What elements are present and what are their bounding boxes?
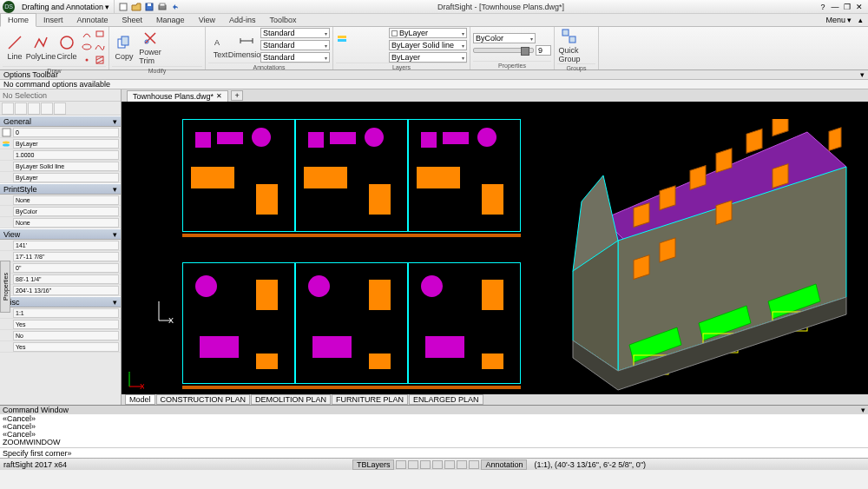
tab-addins[interactable]: Add-ins — [222, 14, 263, 26]
layer-iso-icon[interactable] — [336, 46, 348, 58]
rect-icon[interactable] — [94, 28, 106, 40]
section-view[interactable]: View▾ — [0, 228, 121, 240]
move-icon[interactable] — [164, 28, 176, 40]
offset-icon[interactable] — [190, 41, 202, 53]
line-button[interactable]: Line — [3, 34, 27, 61]
props-tool-5-icon[interactable] — [54, 102, 66, 115]
layer-linetype-combo[interactable]: ByLayer Solid line▾ — [389, 40, 467, 50]
prop-row-color[interactable]: 0 — [0, 127, 121, 138]
arc-icon[interactable] — [81, 28, 93, 40]
undo-icon[interactable] — [170, 2, 181, 12]
status-annotation-combo[interactable]: Annotation — [481, 459, 527, 470]
add-tab-button[interactable]: + — [231, 90, 243, 101]
status-ortho-icon[interactable] — [420, 460, 431, 469]
collapse-ribbon-icon[interactable]: ▴ — [858, 16, 863, 24]
tab-annotate[interactable]: Annotate — [70, 14, 115, 26]
scale-icon[interactable] — [164, 41, 176, 53]
tab-toolbox[interactable]: Toolbox — [263, 14, 304, 26]
stretch-icon[interactable] — [177, 41, 189, 53]
open-icon[interactable] — [131, 2, 141, 12]
prop-row-cx[interactable]: 141' — [0, 240, 121, 251]
status-lw-icon[interactable] — [469, 460, 479, 469]
fillet-icon[interactable] — [164, 54, 176, 66]
maximize-button[interactable]: ❐ — [842, 3, 852, 11]
prop-row-a3[interactable]: Yes — [0, 341, 121, 353]
prop-row-pcolor[interactable]: ByColor — [0, 206, 121, 217]
close-button[interactable]: ✕ — [854, 3, 865, 11]
rotate-icon[interactable] — [177, 28, 189, 40]
section-misc[interactable]: Misc▾ — [0, 296, 121, 307]
prop-row-pstyle[interactable]: None — [0, 195, 121, 206]
save-icon[interactable] — [144, 2, 155, 12]
selection-combo[interactable]: No Selection — [0, 89, 121, 102]
quick-group-button[interactable]: Quick Group — [557, 28, 582, 63]
minimize-button[interactable]: — — [830, 3, 840, 11]
layout-tab-furniture[interactable]: FURNITURE PLAN — [332, 394, 408, 405]
point-icon[interactable] — [81, 54, 93, 66]
dimstyle-combo[interactable]: Standard▾ — [260, 40, 330, 50]
ellipse-icon[interactable] — [81, 41, 93, 53]
power-trim-button[interactable]: Power Trim — [138, 30, 162, 65]
props-tool-1-icon[interactable] — [2, 102, 14, 115]
circle-button[interactable]: Circle — [55, 34, 79, 61]
layout-tab-demolition[interactable]: DEMOLITION PLAN — [251, 394, 331, 405]
document-tab[interactable]: Townhouse Plans.dwg* ✕ — [127, 90, 228, 102]
props-tool-4-icon[interactable] — [41, 102, 53, 115]
help-icon[interactable]: ? — [818, 3, 828, 11]
dimension-button[interactable]: Dimension — [234, 32, 259, 59]
status-otrack-icon[interactable] — [457, 460, 467, 469]
copy-button[interactable]: Copy — [112, 34, 136, 61]
textstyle-combo[interactable]: Standard▾ — [260, 28, 330, 38]
tab-view[interactable]: View — [192, 14, 222, 26]
lineweight-slider[interactable] — [473, 48, 534, 53]
explode-icon[interactable] — [190, 54, 202, 66]
command-close-icon[interactable]: ▾ — [861, 406, 865, 414]
status-osnap-icon[interactable] — [444, 460, 455, 469]
layer-more-icon[interactable] — [375, 46, 387, 58]
tablestyle-combo[interactable]: Standard▾ — [260, 52, 330, 63]
prop-color-combo[interactable]: ByColor▾ — [473, 33, 536, 43]
properties-palette-tab[interactable]: Properties — [0, 261, 10, 313]
prop-row-cy[interactable]: 17'-11 7/8" — [0, 251, 121, 262]
layer-color-combo[interactable]: ByLayer▾ — [389, 28, 467, 38]
prop-row-w[interactable]: 204'-1 13/16" — [0, 285, 121, 296]
layer-lineweight-combo[interactable]: ByLayer▾ — [389, 52, 467, 63]
prop-row-ltype[interactable]: ByLayer Solid line — [0, 161, 121, 172]
drawing-canvas[interactable]: YX YX — [122, 102, 868, 394]
status-polar-icon[interactable] — [432, 460, 443, 469]
layer-manager-icon[interactable] — [336, 33, 348, 45]
tab-manage[interactable]: Manage — [149, 14, 192, 26]
layout-tab-model[interactable]: Model — [125, 394, 155, 405]
tab-sheet[interactable]: Sheet — [115, 14, 150, 26]
prop-row-a1[interactable]: Yes — [0, 319, 121, 330]
hatch-icon[interactable] — [94, 54, 106, 66]
status-grid-icon[interactable] — [408, 460, 418, 469]
layout-tab-construction[interactable]: CONSTRUCTION PLAN — [156, 394, 251, 405]
section-general[interactable]: General▾ — [0, 116, 121, 127]
polyline-button[interactable]: PolyLine — [29, 34, 53, 61]
status-layer-combo[interactable]: TBLayers — [352, 459, 395, 470]
layer-lock-icon[interactable] — [375, 33, 387, 45]
prop-row-layer[interactable]: ByLayer — [0, 138, 121, 149]
workspace-dropdown[interactable]: Drafting and Annotation ▾ — [17, 0, 115, 13]
prop-row-a2[interactable]: No — [0, 330, 121, 341]
prop-row-ptable[interactable]: None — [0, 217, 121, 228]
print-icon[interactable] — [157, 2, 168, 12]
chamfer-icon[interactable] — [177, 54, 189, 66]
props-tool-2-icon[interactable] — [15, 102, 27, 115]
command-input[interactable]: Specify first corner» — [0, 447, 868, 458]
layer-off-icon[interactable] — [362, 33, 374, 45]
prop-row-cz[interactable]: 0" — [0, 262, 121, 274]
ungroup-icon[interactable] — [583, 46, 595, 58]
tab-insert[interactable]: Insert — [36, 14, 70, 26]
prop-row-scale[interactable]: 1.0000 — [0, 149, 121, 161]
layer-prev-icon[interactable] — [349, 46, 361, 58]
status-snap-icon[interactable] — [396, 460, 406, 469]
mirror-icon[interactable] — [190, 28, 202, 40]
spline-icon[interactable] — [94, 41, 106, 53]
layer-freeze-icon[interactable] — [349, 33, 361, 45]
options-close-icon[interactable]: ▾ — [860, 70, 865, 79]
prop-row-h[interactable]: 88'-1 1/4" — [0, 274, 121, 285]
tab-close-icon[interactable]: ✕ — [216, 92, 222, 100]
group-edit-icon[interactable] — [583, 33, 595, 45]
